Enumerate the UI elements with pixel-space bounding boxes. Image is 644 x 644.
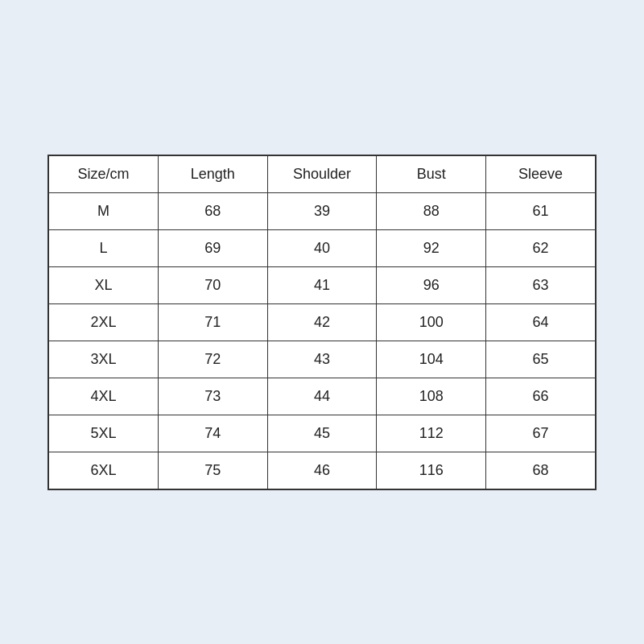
cell-row0-col2: 39	[267, 192, 377, 229]
cell-row3-col2: 42	[267, 303, 377, 341]
header-col-0: Size/cm	[49, 155, 159, 192]
table-header: Size/cmLengthShoulderBustSleeve	[49, 155, 596, 192]
cell-row3-col3: 100	[377, 303, 486, 341]
cell-row2-col2: 41	[267, 266, 377, 303]
cell-row3-col4: 64	[486, 303, 596, 341]
cell-row3-col1: 71	[158, 303, 267, 341]
cell-row7-col1: 75	[158, 452, 267, 489]
cell-row2-col4: 63	[486, 266, 596, 303]
table-row: L69409262	[49, 229, 596, 266]
header-col-2: Shoulder	[267, 155, 377, 192]
cell-row0-col1: 68	[158, 192, 267, 229]
cell-row0-col3: 88	[377, 192, 486, 229]
cell-row4-col2: 43	[267, 341, 377, 378]
cell-row6-col1: 74	[158, 415, 267, 452]
cell-row7-col3: 116	[377, 452, 486, 489]
cell-row2-col1: 70	[158, 266, 267, 303]
cell-row4-col0: 3XL	[49, 341, 159, 378]
cell-row7-col0: 6XL	[49, 452, 159, 489]
table-row: 2XL714210064	[49, 303, 596, 341]
cell-row7-col4: 68	[486, 452, 596, 489]
cell-row0-col0: M	[49, 192, 159, 229]
table-row: 6XL754611668	[49, 452, 596, 489]
cell-row5-col4: 66	[486, 378, 596, 415]
cell-row7-col2: 46	[267, 452, 377, 489]
header-col-4: Sleeve	[486, 155, 596, 192]
table-row: 3XL724310465	[49, 341, 596, 378]
cell-row4-col3: 104	[377, 341, 486, 378]
cell-row5-col1: 73	[158, 378, 267, 415]
table-row: XL70419663	[49, 266, 596, 303]
cell-row4-col1: 72	[158, 341, 267, 378]
size-chart-table: Size/cmLengthShoulderBustSleeve M6839886…	[48, 155, 596, 489]
cell-row6-col2: 45	[267, 415, 377, 452]
cell-row1-col2: 40	[267, 229, 377, 266]
header-row: Size/cmLengthShoulderBustSleeve	[49, 155, 596, 192]
cell-row0-col4: 61	[486, 192, 596, 229]
cell-row5-col0: 4XL	[49, 378, 159, 415]
cell-row6-col0: 5XL	[49, 415, 159, 452]
table-body: M68398861L69409262XL704196632XL714210064…	[49, 192, 596, 489]
header-col-3: Bust	[377, 155, 486, 192]
cell-row5-col3: 108	[377, 378, 486, 415]
cell-row2-col3: 96	[377, 266, 486, 303]
cell-row6-col3: 112	[377, 415, 486, 452]
cell-row1-col3: 92	[377, 229, 486, 266]
table-row: 5XL744511267	[49, 415, 596, 452]
cell-row1-col4: 62	[486, 229, 596, 266]
table-row: 4XL734410866	[49, 378, 596, 415]
cell-row1-col0: L	[49, 229, 159, 266]
cell-row2-col0: XL	[49, 266, 159, 303]
cell-row3-col0: 2XL	[49, 303, 159, 341]
cell-row5-col2: 44	[267, 378, 377, 415]
table-row: M68398861	[49, 192, 596, 229]
size-chart-container: Size/cmLengthShoulderBustSleeve M6839886…	[47, 155, 597, 490]
cell-row1-col1: 69	[158, 229, 267, 266]
cell-row6-col4: 67	[486, 415, 596, 452]
header-col-1: Length	[158, 155, 267, 192]
cell-row4-col4: 65	[486, 341, 596, 378]
